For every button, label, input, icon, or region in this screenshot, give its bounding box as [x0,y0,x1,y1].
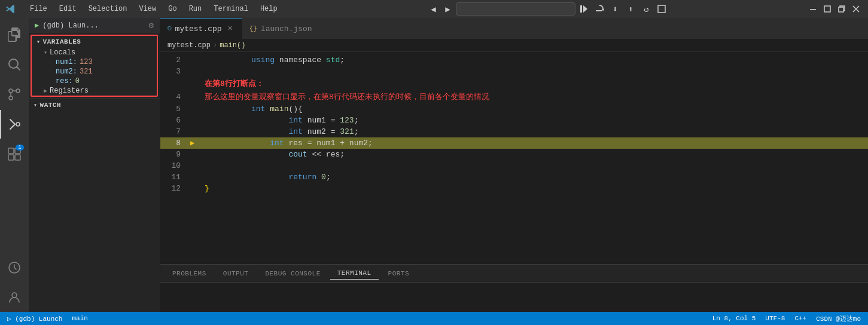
svg-rect-0 [580,5,582,13]
title-bar-right [807,3,868,15]
panel-tab-bar: PROBLEMS OUTPUT DEBUG CONSOLE TERMINAL P… [160,265,868,283]
code-line-9: 9 cout << res; [160,149,868,160]
menu-go[interactable]: Go [163,4,181,14]
kw-using: using [251,56,275,65]
tab-terminal[interactable]: TERMINAL [330,267,379,280]
variables-section-header[interactable]: ▾ VARIABLES [32,36,157,48]
debug-continue-button[interactable] [578,3,590,15]
menu-file[interactable]: File [25,4,52,14]
locals-tree-item[interactable]: ▾ Locals [32,48,157,57]
debug-stepover-button[interactable] [593,3,605,15]
menu-edit[interactable]: Edit [54,4,81,14]
line-num-12: 12 [160,184,190,193]
sidebar-item-account[interactable] [0,283,29,312]
debug-stepin-button[interactable]: ⬇ [609,3,621,15]
nav-forward-button[interactable]: ▶ [441,3,453,15]
tab-launch-json[interactable]: {} launch.json [242,18,319,39]
status-line-col[interactable]: Ln 8, Col 5 [710,315,759,322]
breadcrumb: mytest.cpp › main() [160,39,868,52]
svg-point-12 [16,89,20,93]
debug-session-label[interactable]: (gdb) Laun... [42,22,145,30]
nav-back-button[interactable]: ◀ [427,3,439,15]
title-bar-center: ◀ ▶ ⬇ ⬆ ↺ [288,2,807,16]
svg-point-13 [9,89,13,93]
var-cout: cout [288,150,307,159]
num-0: 0 [321,173,326,182]
sidebar-item-source-control[interactable] [0,80,29,109]
command-search-input[interactable] [456,2,575,16]
svg-rect-8 [839,7,843,12]
variables-highlight-box: ▾ VARIABLES ▾ Locals num1: 123 num2: 321… [31,35,158,97]
line-num-6: 6 [160,116,190,125]
debug-session-play-icon: ▶ [35,21,39,30]
breadcrumb-symbol[interactable]: main() [220,41,245,50]
svg-rect-5 [810,9,816,10]
line-num-11: 11 [160,173,190,182]
code-editor[interactable]: 2 using namespace std; 3 在第8行打断点： 4 [160,52,868,264]
maximize-button[interactable] [821,3,833,15]
svg-point-11 [9,96,13,100]
title-bar-left: File Edit Selection View Go Run Terminal… [0,4,288,14]
close-button[interactable] [850,3,862,15]
line-num-anno2: 4 [160,93,190,102]
svg-marker-1 [583,5,587,13]
line-content-2: using namespace std; [200,52,345,73]
status-bar: ▷ (gdb) Launch main Ln 8, Col 5 UTF-8 C+… [0,312,868,325]
status-debug-session[interactable]: ▷ (gdb) Launch [5,315,65,323]
registers-chevron-icon: ▶ [44,87,47,94]
cpp-file-icon: © [167,25,172,32]
breadcrumb-file[interactable]: mytest.cpp [167,41,211,50]
debug-stepout-button[interactable]: ⬆ [625,3,636,15]
sidebar-item-search[interactable] [0,50,29,79]
sidebar-item-explorer[interactable] [0,20,29,49]
sidebar-debug-panel: ▶ (gdb) Laun... ⚙ ▾ VARIABLES ▾ Locals n… [29,18,160,312]
debug-session-gear-icon[interactable]: ⚙ [149,20,154,30]
tab-debug-console[interactable]: DEBUG CONSOLE [258,268,327,280]
vscode-logo-icon [6,4,16,14]
menu-bar: File Edit Selection View Go Run Terminal… [25,4,282,14]
watch-chevron-icon: ▾ [33,102,38,109]
svg-rect-18 [15,155,20,160]
main-layout: 1 ▶ (gdb) Laun... ⚙ ▾ VARIABLES ▾ Locals [0,18,868,312]
menu-view[interactable]: View [134,4,161,14]
debug-stop-button[interactable] [656,3,668,15]
status-bar-left: ▷ (gdb) Launch main [5,315,90,323]
sidebar-item-extensions[interactable]: 1 [0,140,29,168]
svg-rect-15 [8,148,14,154]
tab-bar: © mytest.cpp × {} launch.json [160,18,868,39]
minimize-button[interactable] [807,3,819,15]
status-language[interactable]: C++ [792,315,809,322]
menu-run[interactable]: Run [184,4,207,14]
line-num-8: 8 [160,139,190,148]
tab-mytest-label: mytest.cpp [175,24,222,33]
menu-help[interactable]: Help [255,4,282,14]
locals-chevron-icon: ▾ [44,49,47,56]
debug-restart-button[interactable]: ↺ [640,3,652,15]
sidebar-item-test[interactable] [0,253,29,282]
svg-rect-17 [8,155,14,160]
line-num-5: 5 [160,105,190,114]
svg-rect-4 [658,5,665,13]
tab-output[interactable]: OUTPUT [216,268,256,280]
tab-problems[interactable]: PROBLEMS [165,268,214,280]
status-bar-right: Ln 8, Col 5 UTF-8 C++ CSDN @迈达mo [710,314,863,323]
status-encoding[interactable]: UTF-8 [763,315,787,322]
status-function[interactable]: main [69,315,90,322]
menu-terminal[interactable]: Terminal [209,4,253,14]
restore-button[interactable] [836,3,848,15]
bottom-panel: PROBLEMS OUTPUT DEBUG CONSOLE TERMINAL P… [160,264,868,312]
csdn-watermark: CSDN @迈达mo [814,314,863,323]
tab-mytest-close[interactable]: × [226,24,235,33]
tab-ports[interactable]: PORTS [381,268,417,280]
activity-bar: 1 [0,18,29,312]
var-num1-name: num1: [56,58,77,66]
code-line-2: 2 using namespace std; [160,54,868,66]
watch-section-header[interactable]: ▾ WATCH [29,99,160,111]
registers-tree-item[interactable]: ▶ Registers [32,86,157,96]
panel-content [160,283,868,312]
menu-selection[interactable]: Selection [84,4,132,14]
sidebar-item-run-debug[interactable] [0,110,29,139]
line-content-11: return 0; [200,164,331,191]
current-line-arrow-icon: ▶ [190,139,200,148]
tab-mytest-cpp[interactable]: © mytest.cpp × [160,18,242,39]
